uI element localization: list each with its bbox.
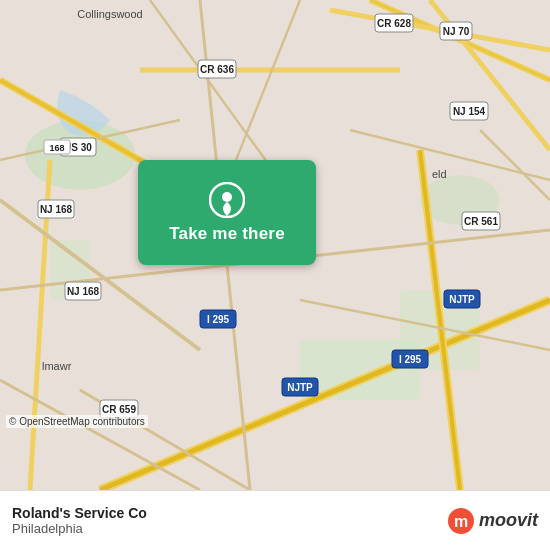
moovit-logo: m moovit xyxy=(447,507,538,535)
svg-text:Collingswood: Collingswood xyxy=(77,8,142,20)
footer-bar: Roland's Service Co Philadelphia m moovi… xyxy=(0,490,550,550)
svg-text:168: 168 xyxy=(49,143,64,153)
button-label: Take me there xyxy=(169,224,285,244)
svg-text:m: m xyxy=(454,513,468,530)
location-pin-icon xyxy=(209,182,245,218)
place-name: Roland's Service Co xyxy=(12,505,147,521)
svg-text:CR 628: CR 628 xyxy=(377,18,411,29)
svg-text:lmawr: lmawr xyxy=(42,360,72,372)
svg-text:NJTP: NJTP xyxy=(449,294,475,305)
place-city: Philadelphia xyxy=(12,521,147,536)
svg-text:eld: eld xyxy=(432,168,447,180)
take-me-there-button[interactable]: Take me there xyxy=(138,160,316,265)
osm-attribution: © OpenStreetMap contributors xyxy=(6,415,148,428)
place-info: Roland's Service Co Philadelphia xyxy=(12,505,147,536)
svg-text:CR 659: CR 659 xyxy=(102,404,136,415)
moovit-brand-text: moovit xyxy=(479,510,538,531)
svg-text:NJ 168: NJ 168 xyxy=(67,286,100,297)
svg-text:NJ 168: NJ 168 xyxy=(40,204,73,215)
svg-text:NJ 70: NJ 70 xyxy=(443,26,470,37)
svg-text:NJ 154: NJ 154 xyxy=(453,106,486,117)
svg-text:I 295: I 295 xyxy=(207,314,230,325)
map-container: US 30 NJ 168 NJ 168 CR 636 CR 628 NJ 70 … xyxy=(0,0,550,490)
svg-text:CR 636: CR 636 xyxy=(200,64,234,75)
svg-point-38 xyxy=(222,192,232,202)
moovit-pin-icon: m xyxy=(447,507,475,535)
svg-text:I 295: I 295 xyxy=(399,354,422,365)
svg-text:CR 561: CR 561 xyxy=(464,216,498,227)
svg-text:NJTP: NJTP xyxy=(287,382,313,393)
